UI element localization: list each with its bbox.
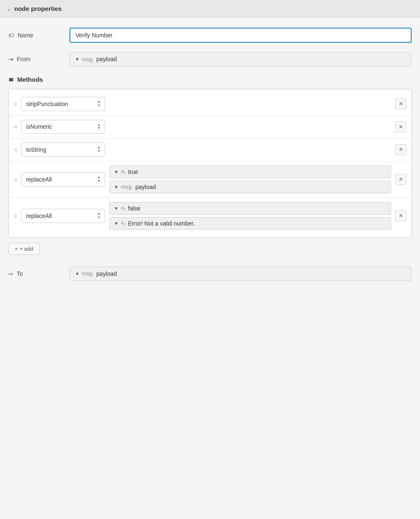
name-label: 🏷 Name xyxy=(8,32,63,39)
method-name-5: replaceAll xyxy=(26,213,52,219)
param-5-1[interactable]: ▼ az false xyxy=(109,202,391,215)
drag-handle-4[interactable]: ≡ xyxy=(14,176,17,182)
add-label: + add xyxy=(20,246,33,252)
param-type-icon-5-1: az xyxy=(121,205,126,211)
method-row-3: ≡ toString ▲▼ ✕ xyxy=(9,138,411,161)
from-msg-value: payload xyxy=(96,56,117,62)
method-row-1: ≡ stripPunctuation ▲▼ ✕ xyxy=(9,93,411,116)
name-label-text: Name xyxy=(18,32,33,39)
panel-title: node properties xyxy=(14,5,62,12)
method-row-2: ≡ isNumeric ▲▼ ✕ xyxy=(9,116,411,139)
panel-header: ⌄ node properties xyxy=(0,0,420,18)
to-label: ⇨ To xyxy=(8,270,63,277)
name-input[interactable] xyxy=(70,28,412,43)
param-type-icon-4-1: az xyxy=(121,169,126,175)
param-msg-prefix-4-2: msg. xyxy=(121,184,133,190)
to-field-row: ⇨ To ▼ msg. payload xyxy=(8,267,412,281)
from-arrow-icon: ⇥ xyxy=(8,56,13,62)
remove-btn-1[interactable]: ✕ xyxy=(395,99,406,109)
method-name-1: stripPunctuation xyxy=(26,101,68,107)
param-value-5-2: Error! Not a valid number. xyxy=(128,220,195,227)
remove-btn-3[interactable]: ✕ xyxy=(395,144,406,155)
add-method-button[interactable]: + + add xyxy=(8,243,40,255)
from-dropdown-arrow-icon: ▼ xyxy=(75,57,80,62)
method-arrows-4: ▲▼ xyxy=(97,176,100,183)
from-msg-prefix: msg. xyxy=(82,56,94,62)
to-label-text: To xyxy=(17,270,23,277)
from-label: ⇥ From xyxy=(8,56,63,62)
method-params-4: ▼ az true ▼ msg. payload xyxy=(109,166,391,193)
method-select-1[interactable]: stripPunctuation ▲▼ xyxy=(21,97,105,111)
method-row-5: ≡ replaceAll ▲▼ ▼ az false ▼ az Error! N… xyxy=(9,198,411,234)
tag-icon: 🏷 xyxy=(8,32,14,39)
to-msg-prefix: msg. xyxy=(82,270,94,277)
methods-label-text: Methods xyxy=(17,76,43,83)
methods-container: ≡ stripPunctuation ▲▼ ✕ ≡ isNumeric ▲▼ ✕ xyxy=(8,89,412,238)
from-label-text: From xyxy=(17,56,31,62)
param-dropdown-icon-5-1: ▼ xyxy=(114,206,119,211)
method-arrows-1: ▲▼ xyxy=(97,100,100,108)
method-name-2: isNumeric xyxy=(26,123,52,130)
collapse-icon[interactable]: ⌄ xyxy=(7,6,11,12)
to-select[interactable]: ▼ msg. payload xyxy=(70,267,412,281)
param-type-icon-5-2: az xyxy=(121,220,126,226)
remove-btn-2[interactable]: ✕ xyxy=(395,121,406,132)
remove-btn-5[interactable]: ✕ xyxy=(395,210,406,221)
param-5-2[interactable]: ▼ az Error! Not a valid number. xyxy=(109,217,391,230)
param-value-5-1: false xyxy=(128,205,141,212)
remove-btn-4[interactable]: ✕ xyxy=(395,174,406,185)
param-dropdown-icon-5-2: ▼ xyxy=(114,221,119,226)
name-field-row: 🏷 Name xyxy=(8,28,412,43)
add-icon: + xyxy=(15,246,18,252)
method-select-2[interactable]: isNumeric ▲▼ xyxy=(21,120,105,134)
to-arrow-icon: ⇨ xyxy=(8,270,13,277)
method-arrows-5: ▲▼ xyxy=(97,212,100,220)
methods-section-label: ≣ Methods xyxy=(8,75,412,83)
method-name-3: toString xyxy=(26,146,46,153)
from-field-row: ⇥ From ▼ msg. payload xyxy=(8,52,412,66)
method-row-4: ≡ replaceAll ▲▼ ▼ az true ▼ msg. payload xyxy=(9,161,411,198)
method-name-4: replaceAll xyxy=(26,176,52,183)
drag-handle-1[interactable]: ≡ xyxy=(14,101,17,107)
method-params-5: ▼ az false ▼ az Error! Not a valid numbe… xyxy=(109,202,391,230)
method-select-4[interactable]: replaceAll ▲▼ xyxy=(21,172,105,187)
methods-list-icon: ≣ xyxy=(8,75,14,83)
method-select-5[interactable]: replaceAll ▲▼ xyxy=(21,209,105,223)
drag-handle-2[interactable]: ≡ xyxy=(14,124,17,130)
param-value-4-2: payload xyxy=(135,184,156,190)
param-4-2[interactable]: ▼ msg. payload xyxy=(109,181,391,193)
drag-handle-5[interactable]: ≡ xyxy=(14,213,17,219)
panel-body: 🏷 Name ⇥ From ▼ msg. payload ≣ Methods xyxy=(0,18,420,300)
param-4-1[interactable]: ▼ az true xyxy=(109,166,391,178)
drag-handle-3[interactable]: ≡ xyxy=(14,147,17,153)
param-dropdown-icon-4-1: ▼ xyxy=(114,169,119,174)
method-select-3[interactable]: toString ▲▼ xyxy=(21,143,105,157)
to-msg-value: payload xyxy=(96,270,117,277)
from-select[interactable]: ▼ msg. payload xyxy=(70,52,412,66)
to-dropdown-arrow-icon: ▼ xyxy=(75,271,80,276)
node-properties-panel: ⌄ node properties 🏷 Name ⇥ From ▼ msg. p… xyxy=(0,0,420,519)
method-arrows-3: ▲▼ xyxy=(97,146,100,153)
method-arrows-2: ▲▼ xyxy=(97,123,100,131)
param-value-4-1: true xyxy=(128,169,138,175)
param-dropdown-icon-4-2: ▼ xyxy=(114,184,119,189)
